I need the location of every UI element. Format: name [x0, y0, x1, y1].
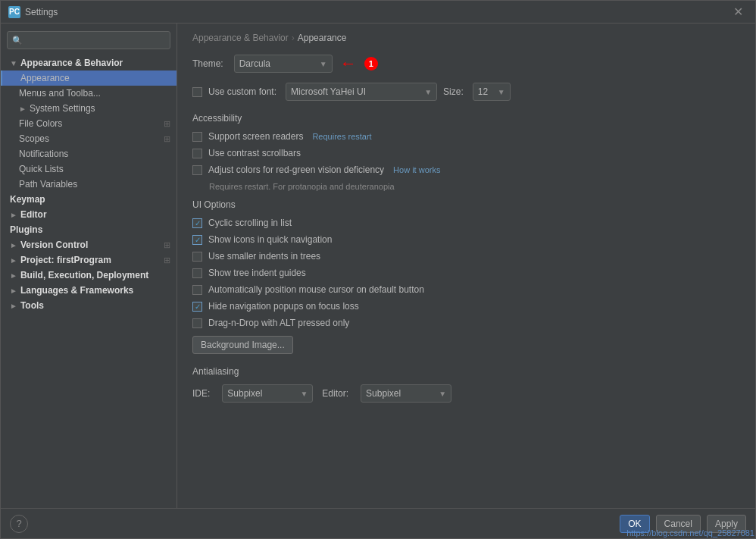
- font-value: Microsoft YaHei UI: [291, 86, 366, 97]
- sidebar-item-tools[interactable]: ► Tools: [1, 298, 177, 313]
- antialiasing-header: Antialiasing: [192, 366, 740, 377]
- ok-button[interactable]: OK: [620, 515, 649, 533]
- sidebar-item-path-variables[interactable]: Path Variables: [1, 177, 177, 192]
- hide-nav-popups-checkbox[interactable]: [192, 302, 202, 312]
- editor-arrow: ►: [10, 211, 17, 219]
- drag-n-drop-alt-label: Drag-n-Drop with ALT pressed only: [208, 318, 349, 328]
- bottom-bar: ? OK Cancel Apply: [1, 508, 755, 538]
- apply-button[interactable]: Apply: [707, 515, 746, 533]
- theme-label: Theme:: [192, 58, 223, 69]
- support-screen-readers-checkbox[interactable]: [192, 132, 202, 142]
- ide-aa-dropdown-arrow: ▼: [294, 390, 308, 398]
- use-smaller-indents-row: Use smaller indents in trees: [192, 251, 740, 262]
- expand-arrow-system: ►: [19, 105, 27, 113]
- tools-arrow: ►: [10, 302, 17, 310]
- sidebar-item-version-control[interactable]: ► Version Control ⊞: [1, 237, 177, 252]
- custom-font-label: Use custom font:: [208, 86, 276, 97]
- sidebar: 🔍 ▼ Appearance & Behavior Appearance Men…: [1, 24, 177, 508]
- adjust-colors-sub: Requires restart. For protanopia and deu…: [192, 181, 740, 192]
- show-tree-indent-checkbox[interactable]: [192, 268, 202, 278]
- drag-n-drop-alt-checkbox[interactable]: [192, 318, 202, 328]
- size-value: 12: [478, 86, 488, 97]
- adjust-colors-checkbox[interactable]: [192, 165, 202, 175]
- sidebar-item-scopes[interactable]: Scopes ⊞: [1, 131, 177, 146]
- build-arrow: ►: [10, 271, 17, 280]
- auto-position-cursor-checkbox[interactable]: [192, 285, 202, 295]
- ui-options-header: UI Options: [192, 199, 740, 210]
- sidebar-item-menus-toolbars[interactable]: Menus and Toolba...: [1, 86, 177, 101]
- breadcrumb-parent: Appearance & Behavior: [192, 33, 289, 43]
- adjust-colors-sub-text: Requires restart. For protanopia and deu…: [209, 182, 395, 191]
- close-button[interactable]: ✕: [729, 3, 748, 20]
- size-dropdown[interactable]: 12 ▼: [473, 83, 511, 101]
- sidebar-item-project[interactable]: ► Project: firstProgram ⊞: [1, 252, 177, 268]
- auto-position-cursor-label: Automatically position mouse cursor on d…: [208, 284, 424, 295]
- theme-row: Theme: Darcula ▼ ← 1: [192, 54, 740, 74]
- main-panel: Appearance & Behavior › Appearance Theme…: [177, 24, 755, 508]
- auto-position-cursor-row: Automatically position mouse cursor on d…: [192, 284, 740, 295]
- file-colors-icon: ⊞: [164, 119, 170, 129]
- app-icon: PC: [8, 6, 20, 18]
- sidebar-item-notifications[interactable]: Notifications: [1, 146, 177, 161]
- theme-value: Darcula: [239, 58, 270, 69]
- antialiasing-row: IDE: Subpixel ▼ Editor: Subpixel ▼: [192, 384, 740, 403]
- search-icon: 🔍: [12, 36, 23, 45]
- sidebar-item-file-colors[interactable]: File Colors ⊞: [1, 116, 177, 131]
- scopes-icon: ⊞: [164, 134, 170, 144]
- cyclic-scrolling-checkbox[interactable]: [192, 218, 202, 228]
- breadcrumb-separator: ›: [292, 33, 295, 43]
- ide-antialiasing-value: Subpixel: [227, 388, 262, 399]
- title-bar: PC Settings ✕: [1, 1, 755, 24]
- ide-antialiasing-dropdown[interactable]: Subpixel ▼: [222, 384, 313, 403]
- show-tree-indent-label: Show tree indent guides: [208, 268, 306, 278]
- accessibility-header: Accessibility: [192, 113, 740, 124]
- cyclic-scrolling-label: Cyclic scrolling in list: [208, 218, 292, 228]
- settings-window: PC Settings ✕ 🔍 ▼ Appearance & Behavior …: [0, 0, 756, 539]
- lang-arrow: ►: [10, 287, 17, 295]
- theme-dropdown[interactable]: Darcula ▼: [234, 55, 333, 73]
- sidebar-item-editor[interactable]: ► Editor: [1, 207, 177, 222]
- use-smaller-indents-checkbox[interactable]: [192, 252, 202, 262]
- support-screen-readers-label: Support screen readers: [208, 131, 303, 142]
- support-screen-readers-hint: Requires restart: [312, 132, 371, 141]
- font-dropdown-arrow: ▼: [418, 88, 432, 96]
- editor-antialiasing-dropdown[interactable]: Subpixel ▼: [361, 384, 451, 403]
- sidebar-item-appearance[interactable]: Appearance: [1, 71, 177, 86]
- sidebar-item-plugins[interactable]: Plugins: [1, 222, 177, 237]
- sidebar-item-keymap[interactable]: Keymap: [1, 192, 177, 207]
- show-tree-indent-row: Show tree indent guides: [192, 268, 740, 278]
- size-label: Size:: [443, 86, 464, 97]
- project-arrow: ►: [10, 256, 17, 265]
- annotation-arrow-1: ←: [340, 54, 357, 74]
- ide-label: IDE:: [192, 388, 210, 399]
- use-contrast-scrollbars-checkbox[interactable]: [192, 149, 202, 158]
- search-box[interactable]: 🔍: [7, 31, 170, 49]
- font-dropdown[interactable]: Microsoft YaHei UI ▼: [286, 83, 437, 101]
- main-content: 🔍 ▼ Appearance & Behavior Appearance Men…: [1, 24, 755, 508]
- how-it-works-link[interactable]: How it works: [393, 165, 440, 174]
- title-bar-text: Settings: [25, 7, 729, 17]
- use-smaller-indents-label: Use smaller indents in trees: [208, 251, 320, 262]
- size-dropdown-arrow: ▼: [492, 88, 505, 96]
- sidebar-item-quick-lists[interactable]: Quick Lists: [1, 161, 177, 177]
- help-button[interactable]: ?: [10, 515, 28, 533]
- background-image-button[interactable]: Background Image...: [192, 336, 293, 354]
- cancel-button[interactable]: Cancel: [656, 515, 701, 533]
- show-icons-quick-nav-label: Show icons in quick navigation: [208, 234, 332, 245]
- cyclic-scrolling-row: Cyclic scrolling in list: [192, 218, 740, 228]
- sidebar-item-system-settings[interactable]: ► System Settings: [1, 101, 177, 116]
- search-input[interactable]: [26, 35, 165, 45]
- sidebar-item-build[interactable]: ► Build, Execution, Deployment: [1, 268, 177, 283]
- show-icons-quick-nav-row: Show icons in quick navigation: [192, 234, 740, 245]
- sidebar-item-appearance-behavior[interactable]: ▼ Appearance & Behavior: [1, 55, 177, 71]
- editor-antialiasing-value: Subpixel: [366, 388, 401, 399]
- adjust-colors-label: Adjust colors for red-green vision defic…: [208, 165, 384, 175]
- custom-font-checkbox[interactable]: [192, 87, 202, 97]
- expand-arrow: ▼: [10, 59, 17, 67]
- editor-aa-label: Editor:: [322, 388, 348, 399]
- show-icons-quick-nav-checkbox[interactable]: [192, 235, 202, 245]
- use-contrast-scrollbars-row: Use contrast scrollbars: [192, 148, 740, 158]
- custom-font-row: Use custom font: Microsoft YaHei UI ▼ Si…: [192, 83, 740, 101]
- hide-nav-popups-label: Hide navigation popups on focus loss: [208, 301, 359, 312]
- sidebar-item-languages[interactable]: ► Languages & Frameworks: [1, 283, 177, 298]
